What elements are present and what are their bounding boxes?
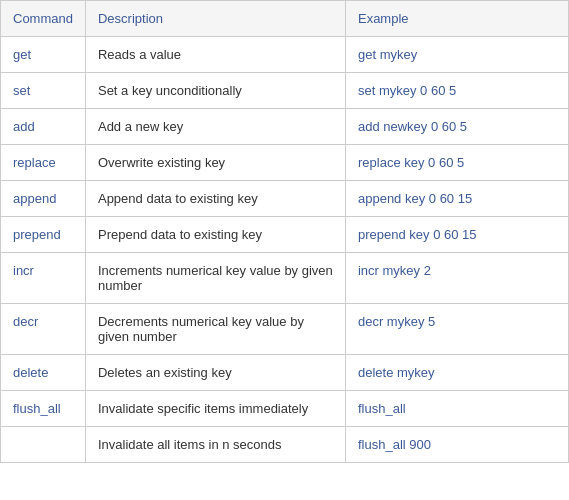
cell-description: Increments numerical key value by given … xyxy=(85,253,345,304)
table-row: flush_allInvalidate specific items immed… xyxy=(1,391,569,427)
cell-command: prepend xyxy=(1,217,86,253)
cell-command xyxy=(1,427,86,463)
cell-example: incr mykey 2 xyxy=(345,253,568,304)
cell-example: flush_all 900 xyxy=(345,427,568,463)
table-row: incrIncrements numerical key value by gi… xyxy=(1,253,569,304)
table-row: getReads a valueget mykey xyxy=(1,37,569,73)
cell-description: Reads a value xyxy=(85,37,345,73)
cell-command: set xyxy=(1,73,86,109)
table-row: deleteDeletes an existing keydelete myke… xyxy=(1,355,569,391)
commands-table: Command Description Example getReads a v… xyxy=(0,0,569,463)
table-row: replaceOverwrite existing keyreplace key… xyxy=(1,145,569,181)
cell-example: decr mykey 5 xyxy=(345,304,568,355)
column-header-description: Description xyxy=(85,1,345,37)
cell-command: delete xyxy=(1,355,86,391)
table-row: decrDecrements numerical key value by gi… xyxy=(1,304,569,355)
cell-description: Invalidate all items in n seconds xyxy=(85,427,345,463)
cell-example: prepend key 0 60 15 xyxy=(345,217,568,253)
cell-description: Set a key unconditionally xyxy=(85,73,345,109)
cell-example: add newkey 0 60 5 xyxy=(345,109,568,145)
cell-description: Overwrite existing key xyxy=(85,145,345,181)
cell-example: flush_all xyxy=(345,391,568,427)
cell-example: replace key 0 60 5 xyxy=(345,145,568,181)
cell-description: Prepend data to existing key xyxy=(85,217,345,253)
cell-example: delete mykey xyxy=(345,355,568,391)
table-row: addAdd a new keyadd newkey 0 60 5 xyxy=(1,109,569,145)
cell-example: get mykey xyxy=(345,37,568,73)
table-row: appendAppend data to existing keyappend … xyxy=(1,181,569,217)
table-row: prependPrepend data to existing keyprepe… xyxy=(1,217,569,253)
cell-description: Append data to existing key xyxy=(85,181,345,217)
table-row: setSet a key unconditionallyset mykey 0 … xyxy=(1,73,569,109)
cell-command: get xyxy=(1,37,86,73)
table-header-row: Command Description Example xyxy=(1,1,569,37)
cell-command: add xyxy=(1,109,86,145)
cell-command: flush_all xyxy=(1,391,86,427)
cell-example: append key 0 60 15 xyxy=(345,181,568,217)
column-header-example: Example xyxy=(345,1,568,37)
cell-command: decr xyxy=(1,304,86,355)
table-row: Invalidate all items in n secondsflush_a… xyxy=(1,427,569,463)
cell-description: Add a new key xyxy=(85,109,345,145)
cell-command: replace xyxy=(1,145,86,181)
cell-command: incr xyxy=(1,253,86,304)
cell-description: Decrements numerical key value by given … xyxy=(85,304,345,355)
column-header-command: Command xyxy=(1,1,86,37)
cell-description: Invalidate specific items immediately xyxy=(85,391,345,427)
cell-example: set mykey 0 60 5 xyxy=(345,73,568,109)
cell-description: Deletes an existing key xyxy=(85,355,345,391)
cell-command: append xyxy=(1,181,86,217)
